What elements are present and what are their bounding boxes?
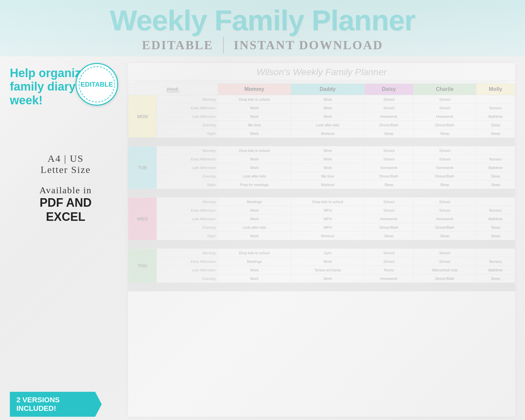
letter-label: Letter Size xyxy=(41,164,91,175)
excel-label: EXCEL xyxy=(46,210,85,223)
size-text: A4 | US Letter Size xyxy=(10,153,121,175)
left-panel: EDITABLE Help organize the family diary … xyxy=(10,63,121,417)
page-wrapper: Weekly Family Planner EDITABLE Instant D… xyxy=(0,0,525,420)
available-text: Available in xyxy=(10,185,121,196)
editable-badge: EDITABLE xyxy=(75,63,118,106)
badge-text: EDITABLE xyxy=(81,81,113,88)
pdf-label: PDF xyxy=(40,196,63,209)
pdf-excel-text: PDF AND EXCEL xyxy=(10,196,121,224)
size-label: A4 | US xyxy=(48,153,84,164)
versions-banner: 2 VERSIONS INCLUDED! xyxy=(10,392,102,417)
editable-badge-inner: EDITABLE xyxy=(79,66,115,102)
versions-text: 2 VERSIONS INCLUDED! xyxy=(16,396,60,412)
